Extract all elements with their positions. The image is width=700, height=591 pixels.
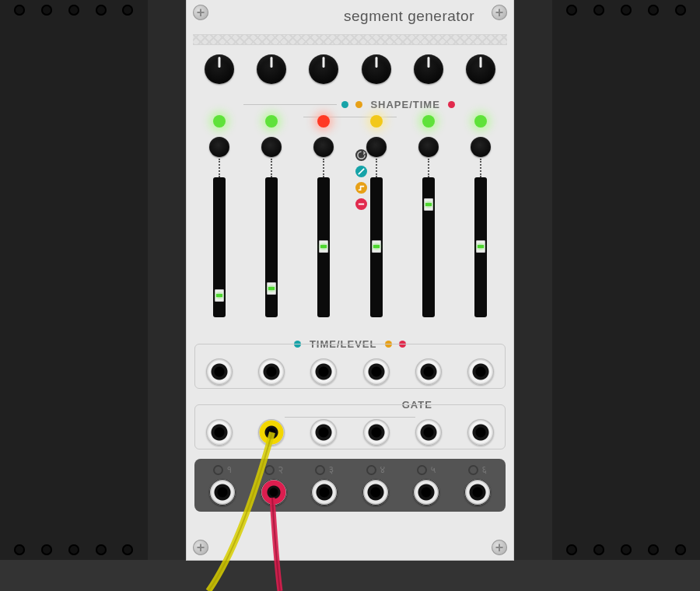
blank-module-left — [0, 0, 148, 560]
time-level-jack-2[interactable] — [258, 358, 285, 385]
output-numeral-row: १ २ ३ ४ ५ ६ — [198, 463, 502, 476]
screw-icon — [193, 5, 208, 20]
slider-6[interactable] — [474, 177, 487, 317]
decorative-strip — [193, 34, 507, 45]
out-num-1: १ — [226, 463, 232, 476]
screw-icon — [492, 5, 507, 20]
time-level-jack-3[interactable] — [310, 358, 337, 385]
toolbar — [0, 560, 700, 591]
time-knob-5[interactable] — [418, 137, 439, 157]
time-knob-1[interactable] — [209, 137, 229, 157]
slider-2[interactable] — [265, 177, 278, 317]
out-jack-5[interactable] — [413, 479, 439, 505]
segment-generator-panel: segment generator SHAPE/TIME — [187, 0, 513, 560]
link-line-icon — [271, 159, 272, 177]
ring-icon — [468, 465, 478, 475]
blank-module-right — [552, 0, 700, 560]
module-title: segment generator — [344, 8, 474, 25]
led-5 — [422, 115, 435, 128]
screw-icon — [492, 540, 507, 555]
step-icon[interactable] — [355, 182, 367, 194]
out-num-6: ६ — [481, 463, 487, 476]
led-2 — [265, 115, 278, 128]
led-4 — [370, 115, 383, 128]
hold-icon[interactable] — [355, 198, 367, 210]
out-jack-1[interactable] — [209, 479, 236, 505]
output-box: १ २ ३ ४ ५ ६ — [194, 459, 506, 512]
shape-knob-5[interactable] — [414, 54, 443, 84]
gate-jack-6[interactable] — [467, 419, 494, 446]
time-knob-6[interactable] — [471, 137, 491, 157]
ramp-icon[interactable] — [355, 166, 367, 177]
shape-knob-4[interactable] — [362, 54, 391, 84]
out-num-4: ४ — [380, 463, 385, 476]
ring-icon — [366, 465, 376, 475]
out-jack-2[interactable] — [261, 479, 287, 505]
mode-icons — [355, 149, 367, 210]
screw-icon — [193, 540, 208, 555]
gate-jack-2[interactable] — [258, 419, 285, 446]
time-level-jack-6[interactable] — [467, 358, 494, 385]
time-level-jack-5[interactable] — [415, 358, 442, 385]
ring-icon — [264, 465, 275, 475]
link-line-icon — [480, 159, 481, 177]
out-num-2: २ — [278, 463, 283, 476]
out-num-3: ३ — [328, 463, 334, 476]
gate-jack-5[interactable] — [415, 419, 442, 446]
out-jack-6[interactable] — [464, 479, 491, 505]
time-knob-2[interactable] — [261, 137, 282, 157]
led-3 — [317, 115, 330, 128]
link-line-icon — [219, 159, 220, 177]
time-level-jack-1[interactable] — [206, 358, 233, 385]
ring-icon — [417, 465, 427, 475]
out-num-5: ५ — [430, 463, 436, 476]
gate-jack-row — [198, 414, 502, 451]
link-line-icon — [428, 159, 429, 177]
led-6 — [474, 115, 487, 128]
slider-5[interactable] — [422, 177, 435, 317]
time-level-jack-row — [198, 353, 502, 390]
time-knob-3[interactable] — [313, 137, 334, 157]
link-line-icon — [323, 159, 324, 177]
output-jack-row — [198, 479, 502, 505]
shape-knob-2[interactable] — [257, 54, 286, 84]
shape-knob-3[interactable] — [309, 54, 338, 84]
time-knob-4[interactable] — [366, 137, 387, 157]
led-1 — [213, 115, 226, 128]
out-jack-3[interactable] — [311, 479, 338, 505]
gate-jack-4[interactable] — [363, 419, 390, 446]
gate-jack-1[interactable] — [206, 419, 233, 446]
shape-knob-1[interactable] — [205, 54, 234, 84]
slider-4[interactable] — [370, 177, 383, 317]
time-level-jack-4[interactable] — [363, 358, 390, 385]
out-jack-4[interactable] — [362, 479, 389, 505]
ring-icon — [315, 465, 325, 475]
slider-3[interactable] — [317, 177, 330, 317]
ring-icon — [213, 465, 223, 475]
link-line-icon — [376, 159, 377, 177]
slider-1[interactable] — [213, 177, 226, 317]
shape-knob-6[interactable] — [466, 54, 495, 84]
loop-icon[interactable] — [355, 149, 367, 161]
gate-jack-3[interactable] — [310, 419, 337, 446]
